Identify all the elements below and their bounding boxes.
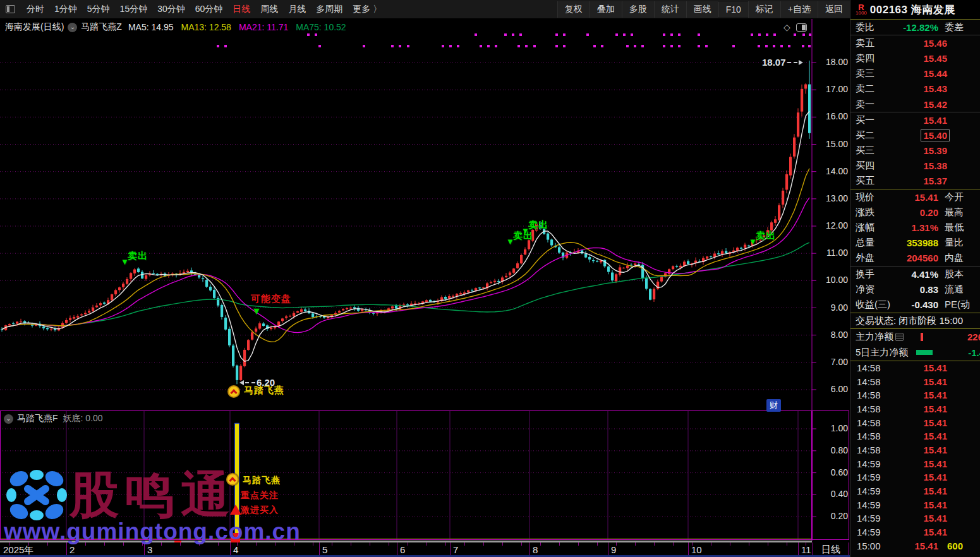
topbar-period-item-1[interactable]: 1分钟 xyxy=(49,2,82,17)
tick-row-9[interactable]: 14:5915.41 xyxy=(850,484,980,498)
tick-time: 14:58 xyxy=(857,376,893,387)
topbar-period-item-9[interactable]: 多周期 xyxy=(311,2,348,17)
topbar-period-item-6[interactable]: 日线 xyxy=(227,2,255,17)
bid-row-5[interactable]: 买五15.37 xyxy=(850,174,980,189)
ask-row-3[interactable]: 卖三15.44 xyxy=(850,66,980,81)
tick-row-0[interactable]: 14:5815.41 xyxy=(850,361,980,375)
info-label: 总量 xyxy=(856,237,896,249)
info-label2: 最高 xyxy=(945,207,980,219)
month-gridline xyxy=(450,542,451,556)
tick-time: 14:59 xyxy=(857,472,893,482)
month-label: 10 xyxy=(691,544,702,555)
tick-row-7[interactable]: 14:5915.41 xyxy=(850,457,980,470)
minor-tick xyxy=(654,542,655,546)
tick-row-1[interactable]: 14:5815.41 xyxy=(850,374,980,388)
ask-price: 15.43 xyxy=(896,83,980,94)
main-fund-row[interactable]: 主力净额 226 xyxy=(850,329,980,345)
tick-row-4[interactable]: 14:5815.41 xyxy=(850,416,980,429)
tick-row-8[interactable]: 14:5915.41 xyxy=(850,470,980,484)
ask-row-2[interactable]: 卖二15.43 xyxy=(850,81,980,97)
topbar-period-item-7[interactable]: 周线 xyxy=(255,2,283,17)
day5-fund-row[interactable]: 5日主力净额 -1.4 xyxy=(850,345,980,361)
chevron-down-icon[interactable]: ⌄ xyxy=(68,23,77,32)
price-axis-label: 17.00 xyxy=(818,84,848,94)
topbar-period-item-5[interactable]: 60分钟 xyxy=(190,2,228,17)
minor-tick xyxy=(199,542,200,546)
tick-row-11[interactable]: 14:5915.41 xyxy=(850,512,980,525)
info-label: 涨跌 xyxy=(856,207,896,219)
order-book: 卖五15.46卖四15.45卖三15.44卖二15.43卖一15.42买一15.… xyxy=(850,35,980,189)
month-label: 11 xyxy=(801,544,811,555)
panel-toggle-icon[interactable] xyxy=(796,23,807,32)
info-label2: 最低 xyxy=(945,222,980,234)
bid-price: 15.41 xyxy=(896,115,980,126)
tick-row-2[interactable]: 14:5815.41 xyxy=(850,388,980,402)
ma-value-1: MA13: 12.58 xyxy=(181,22,231,32)
period-selector[interactable]: 日线 xyxy=(813,542,849,556)
topbar-period-item-10[interactable]: 更多 〉 xyxy=(348,2,387,17)
tick-row-5[interactable]: 14:5815.41 xyxy=(850,429,980,443)
bid-row-3[interactable]: 买三15.39 xyxy=(850,143,980,159)
tick-row-10[interactable]: 14:5915.41 xyxy=(850,498,980,512)
tick-time: 14:59 xyxy=(857,458,893,469)
tick-price: 15.41 xyxy=(893,376,947,387)
bid-row-4[interactable]: 买四15.38 xyxy=(850,159,980,174)
ma-value-0: MA5: 14.95 xyxy=(128,22,174,32)
bid-row-1[interactable]: 买一15.41 xyxy=(850,112,980,128)
minor-tick xyxy=(692,542,693,546)
tool-menu: 复权叠加多股统计画线F10标记+自选返回 xyxy=(557,1,850,18)
topbar-tool-item-0[interactable]: 复权 xyxy=(557,1,590,18)
tick-list[interactable]: 14:5815.4114:5815.4114:5815.4114:5815.41… xyxy=(850,361,980,553)
minor-tick xyxy=(408,542,408,546)
weibi-value: -12.82% xyxy=(896,22,945,33)
diamond-icon[interactable]: ◇ xyxy=(783,22,790,32)
topbar-tool-item-6[interactable]: 标记 xyxy=(748,1,780,18)
month-gridline xyxy=(319,542,320,556)
tick-time: 14:59 xyxy=(857,527,893,537)
main-fund-label: 主力净额 xyxy=(856,331,893,343)
window-layout-icon[interactable] xyxy=(6,5,15,13)
detail-icon[interactable] xyxy=(895,333,904,341)
topbar-tool-item-5[interactable]: F10 xyxy=(718,2,748,17)
ask-price: 15.44 xyxy=(896,68,980,79)
topbar-tool-item-8[interactable]: 返回 xyxy=(818,1,850,18)
ask-row-5[interactable]: 卖五15.46 xyxy=(850,35,980,51)
topbar-period-item-0[interactable]: 分时 xyxy=(21,2,49,17)
minor-tick xyxy=(749,542,749,546)
topbar-period-item-2[interactable]: 5分钟 xyxy=(82,2,115,17)
topbar-tool-item-1[interactable]: 叠加 xyxy=(590,1,622,18)
chart-header: 海南发展(日线) ⌄ 马踏飞燕Z MA5: 14.95MA13: 12.58MA… xyxy=(0,20,812,35)
topbar-tool-item-2[interactable]: 多股 xyxy=(622,1,654,18)
topbar-period-item-3[interactable]: 15分钟 xyxy=(115,2,153,17)
price-axis-label: 11.00 xyxy=(818,248,848,258)
tick-row-3[interactable]: 14:5815.41 xyxy=(850,402,980,416)
chevron-down-icon[interactable]: ⌄ xyxy=(4,414,13,424)
topbar-tool-item-3[interactable]: 统计 xyxy=(654,1,686,18)
minor-tick xyxy=(635,542,636,546)
tick-row-6[interactable]: 14:5815.41 xyxy=(850,443,980,457)
topbar-tool-item-4[interactable]: 画线 xyxy=(686,1,718,18)
month-gridline xyxy=(230,542,231,556)
ask-label: 卖四 xyxy=(856,52,896,64)
tick-row-13[interactable]: 15:0015.41600 xyxy=(850,539,980,553)
sub-indicator-value: 妖底: 0.00 xyxy=(63,413,103,424)
day5-fund-value: -1.4 xyxy=(968,347,980,358)
fund-flow-badge[interactable]: 财 xyxy=(766,399,781,412)
price-axis-label: 13.00 xyxy=(818,193,848,203)
candlestick-chart[interactable] xyxy=(0,19,850,557)
minor-tick xyxy=(85,542,86,546)
ask-row-4[interactable]: 卖四15.45 xyxy=(850,51,980,66)
price-axis-label: 10.00 xyxy=(818,275,848,285)
info-label2: 量比 xyxy=(945,237,980,249)
month-label: 4 xyxy=(233,544,238,555)
topbar-period-item-8[interactable]: 月线 xyxy=(283,2,311,17)
info-value: 0.20 xyxy=(896,207,945,218)
topbar-period-item-4[interactable]: 30分钟 xyxy=(152,2,190,17)
stock-title[interactable]: R 1000 002163 海南发展 xyxy=(850,0,980,19)
tick-row-12[interactable]: 14:5915.41 xyxy=(850,525,980,539)
topbar-tool-item-7[interactable]: +自选 xyxy=(780,1,818,18)
ask-row-1[interactable]: 卖一15.42 xyxy=(850,97,980,112)
info-value: -0.430 xyxy=(896,299,945,310)
bid-row-2[interactable]: 买二15.40 xyxy=(850,128,980,143)
month-gridline xyxy=(608,542,608,556)
